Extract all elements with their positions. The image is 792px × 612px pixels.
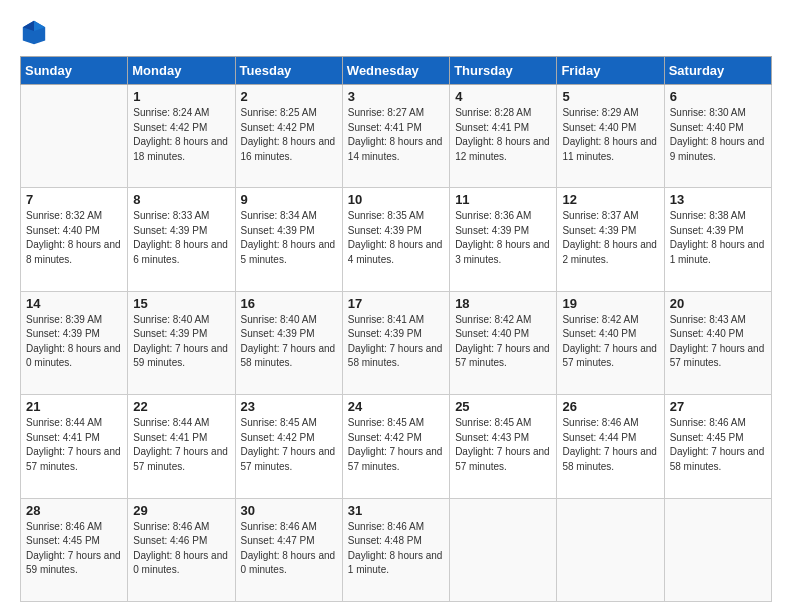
calendar-cell [21, 85, 128, 188]
cell-sun-info: Sunrise: 8:34 AM Sunset: 4:39 PM Dayligh… [241, 209, 337, 267]
cell-sun-info: Sunrise: 8:46 AM Sunset: 4:48 PM Dayligh… [348, 520, 444, 578]
calendar-week-row: 28Sunrise: 8:46 AM Sunset: 4:45 PM Dayli… [21, 498, 772, 601]
calendar-week-row: 7Sunrise: 8:32 AM Sunset: 4:40 PM Daylig… [21, 188, 772, 291]
cell-sun-info: Sunrise: 8:42 AM Sunset: 4:40 PM Dayligh… [562, 313, 658, 371]
calendar-cell: 23Sunrise: 8:45 AM Sunset: 4:42 PM Dayli… [235, 395, 342, 498]
calendar-cell: 22Sunrise: 8:44 AM Sunset: 4:41 PM Dayli… [128, 395, 235, 498]
cell-date-number: 15 [133, 296, 229, 311]
calendar-cell: 11Sunrise: 8:36 AM Sunset: 4:39 PM Dayli… [450, 188, 557, 291]
cell-date-number: 6 [670, 89, 766, 104]
calendar-cell: 16Sunrise: 8:40 AM Sunset: 4:39 PM Dayli… [235, 291, 342, 394]
cell-date-number: 23 [241, 399, 337, 414]
cell-date-number: 2 [241, 89, 337, 104]
cell-sun-info: Sunrise: 8:46 AM Sunset: 4:45 PM Dayligh… [670, 416, 766, 474]
cell-date-number: 19 [562, 296, 658, 311]
cell-sun-info: Sunrise: 8:46 AM Sunset: 4:47 PM Dayligh… [241, 520, 337, 578]
logo [20, 18, 54, 46]
cell-sun-info: Sunrise: 8:44 AM Sunset: 4:41 PM Dayligh… [133, 416, 229, 474]
cell-date-number: 17 [348, 296, 444, 311]
logo-icon [20, 18, 48, 46]
calendar-cell [450, 498, 557, 601]
cell-sun-info: Sunrise: 8:45 AM Sunset: 4:42 PM Dayligh… [241, 416, 337, 474]
cell-date-number: 9 [241, 192, 337, 207]
cell-sun-info: Sunrise: 8:27 AM Sunset: 4:41 PM Dayligh… [348, 106, 444, 164]
cell-sun-info: Sunrise: 8:40 AM Sunset: 4:39 PM Dayligh… [241, 313, 337, 371]
calendar-cell [664, 498, 771, 601]
cell-date-number: 14 [26, 296, 122, 311]
cell-date-number: 12 [562, 192, 658, 207]
cell-sun-info: Sunrise: 8:45 AM Sunset: 4:43 PM Dayligh… [455, 416, 551, 474]
calendar-cell: 17Sunrise: 8:41 AM Sunset: 4:39 PM Dayli… [342, 291, 449, 394]
calendar-cell: 6Sunrise: 8:30 AM Sunset: 4:40 PM Daylig… [664, 85, 771, 188]
cell-sun-info: Sunrise: 8:39 AM Sunset: 4:39 PM Dayligh… [26, 313, 122, 371]
cell-sun-info: Sunrise: 8:24 AM Sunset: 4:42 PM Dayligh… [133, 106, 229, 164]
calendar-cell: 13Sunrise: 8:38 AM Sunset: 4:39 PM Dayli… [664, 188, 771, 291]
cell-sun-info: Sunrise: 8:43 AM Sunset: 4:40 PM Dayligh… [670, 313, 766, 371]
calendar-cell: 18Sunrise: 8:42 AM Sunset: 4:40 PM Dayli… [450, 291, 557, 394]
cell-date-number: 27 [670, 399, 766, 414]
calendar-week-row: 1Sunrise: 8:24 AM Sunset: 4:42 PM Daylig… [21, 85, 772, 188]
cell-date-number: 4 [455, 89, 551, 104]
cell-date-number: 24 [348, 399, 444, 414]
cell-sun-info: Sunrise: 8:29 AM Sunset: 4:40 PM Dayligh… [562, 106, 658, 164]
cell-sun-info: Sunrise: 8:35 AM Sunset: 4:39 PM Dayligh… [348, 209, 444, 267]
cell-sun-info: Sunrise: 8:25 AM Sunset: 4:42 PM Dayligh… [241, 106, 337, 164]
calendar-week-row: 21Sunrise: 8:44 AM Sunset: 4:41 PM Dayli… [21, 395, 772, 498]
calendar-cell: 26Sunrise: 8:46 AM Sunset: 4:44 PM Dayli… [557, 395, 664, 498]
cell-sun-info: Sunrise: 8:46 AM Sunset: 4:44 PM Dayligh… [562, 416, 658, 474]
cell-sun-info: Sunrise: 8:46 AM Sunset: 4:46 PM Dayligh… [133, 520, 229, 578]
cell-sun-info: Sunrise: 8:37 AM Sunset: 4:39 PM Dayligh… [562, 209, 658, 267]
cell-date-number: 28 [26, 503, 122, 518]
cell-date-number: 25 [455, 399, 551, 414]
calendar-cell: 4Sunrise: 8:28 AM Sunset: 4:41 PM Daylig… [450, 85, 557, 188]
weekday-header-wednesday: Wednesday [342, 57, 449, 85]
weekday-header-friday: Friday [557, 57, 664, 85]
calendar-cell: 20Sunrise: 8:43 AM Sunset: 4:40 PM Dayli… [664, 291, 771, 394]
weekday-header-tuesday: Tuesday [235, 57, 342, 85]
calendar-cell: 14Sunrise: 8:39 AM Sunset: 4:39 PM Dayli… [21, 291, 128, 394]
cell-date-number: 5 [562, 89, 658, 104]
cell-date-number: 1 [133, 89, 229, 104]
cell-sun-info: Sunrise: 8:45 AM Sunset: 4:42 PM Dayligh… [348, 416, 444, 474]
calendar-cell: 25Sunrise: 8:45 AM Sunset: 4:43 PM Dayli… [450, 395, 557, 498]
calendar-cell: 1Sunrise: 8:24 AM Sunset: 4:42 PM Daylig… [128, 85, 235, 188]
calendar-week-row: 14Sunrise: 8:39 AM Sunset: 4:39 PM Dayli… [21, 291, 772, 394]
cell-sun-info: Sunrise: 8:32 AM Sunset: 4:40 PM Dayligh… [26, 209, 122, 267]
calendar-cell: 21Sunrise: 8:44 AM Sunset: 4:41 PM Dayli… [21, 395, 128, 498]
cell-sun-info: Sunrise: 8:28 AM Sunset: 4:41 PM Dayligh… [455, 106, 551, 164]
cell-sun-info: Sunrise: 8:44 AM Sunset: 4:41 PM Dayligh… [26, 416, 122, 474]
calendar-cell: 12Sunrise: 8:37 AM Sunset: 4:39 PM Dayli… [557, 188, 664, 291]
cell-sun-info: Sunrise: 8:30 AM Sunset: 4:40 PM Dayligh… [670, 106, 766, 164]
cell-sun-info: Sunrise: 8:41 AM Sunset: 4:39 PM Dayligh… [348, 313, 444, 371]
cell-date-number: 26 [562, 399, 658, 414]
cell-sun-info: Sunrise: 8:42 AM Sunset: 4:40 PM Dayligh… [455, 313, 551, 371]
calendar-cell: 19Sunrise: 8:42 AM Sunset: 4:40 PM Dayli… [557, 291, 664, 394]
calendar-cell: 15Sunrise: 8:40 AM Sunset: 4:39 PM Dayli… [128, 291, 235, 394]
cell-sun-info: Sunrise: 8:40 AM Sunset: 4:39 PM Dayligh… [133, 313, 229, 371]
calendar-cell: 7Sunrise: 8:32 AM Sunset: 4:40 PM Daylig… [21, 188, 128, 291]
weekday-header-thursday: Thursday [450, 57, 557, 85]
calendar-cell: 27Sunrise: 8:46 AM Sunset: 4:45 PM Dayli… [664, 395, 771, 498]
calendar-cell: 24Sunrise: 8:45 AM Sunset: 4:42 PM Dayli… [342, 395, 449, 498]
calendar-cell: 2Sunrise: 8:25 AM Sunset: 4:42 PM Daylig… [235, 85, 342, 188]
weekday-header-monday: Monday [128, 57, 235, 85]
cell-date-number: 31 [348, 503, 444, 518]
cell-sun-info: Sunrise: 8:46 AM Sunset: 4:45 PM Dayligh… [26, 520, 122, 578]
cell-date-number: 10 [348, 192, 444, 207]
cell-sun-info: Sunrise: 8:38 AM Sunset: 4:39 PM Dayligh… [670, 209, 766, 267]
cell-sun-info: Sunrise: 8:36 AM Sunset: 4:39 PM Dayligh… [455, 209, 551, 267]
calendar-cell: 29Sunrise: 8:46 AM Sunset: 4:46 PM Dayli… [128, 498, 235, 601]
cell-date-number: 11 [455, 192, 551, 207]
weekday-header-sunday: Sunday [21, 57, 128, 85]
calendar-cell [557, 498, 664, 601]
calendar-cell: 5Sunrise: 8:29 AM Sunset: 4:40 PM Daylig… [557, 85, 664, 188]
cell-date-number: 18 [455, 296, 551, 311]
cell-date-number: 29 [133, 503, 229, 518]
cell-date-number: 22 [133, 399, 229, 414]
calendar-cell: 28Sunrise: 8:46 AM Sunset: 4:45 PM Dayli… [21, 498, 128, 601]
calendar-cell: 8Sunrise: 8:33 AM Sunset: 4:39 PM Daylig… [128, 188, 235, 291]
cell-date-number: 16 [241, 296, 337, 311]
calendar-cell: 31Sunrise: 8:46 AM Sunset: 4:48 PM Dayli… [342, 498, 449, 601]
calendar-cell: 10Sunrise: 8:35 AM Sunset: 4:39 PM Dayli… [342, 188, 449, 291]
cell-date-number: 21 [26, 399, 122, 414]
